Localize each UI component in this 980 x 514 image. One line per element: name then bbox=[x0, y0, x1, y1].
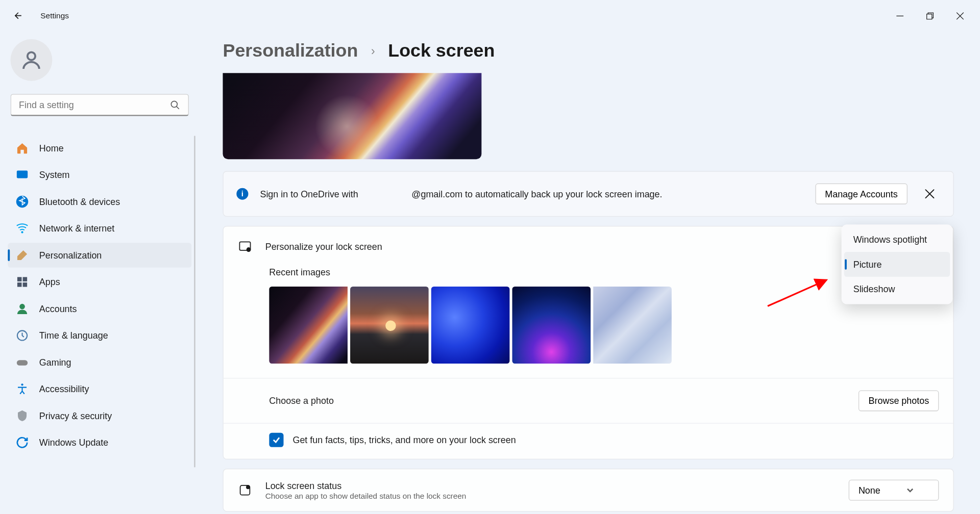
nav-label: Bluetooth & devices bbox=[39, 196, 120, 207]
bluetooth-icon bbox=[16, 195, 29, 209]
recent-image-0[interactable] bbox=[269, 287, 348, 364]
dismiss-banner-button[interactable] bbox=[919, 184, 940, 204]
sidebar: Home System Bluetooth & devices Network … bbox=[0, 31, 199, 514]
nav-label: Apps bbox=[39, 277, 60, 287]
nav-label: Network & internet bbox=[39, 223, 114, 234]
background-dropdown-popup: Windows spotlight Picture Slideshow bbox=[842, 224, 953, 304]
nav-time[interactable]: Time & language bbox=[8, 323, 191, 348]
status-subtitle: Choose an app to show detailed status on… bbox=[265, 491, 836, 500]
dropdown-option-spotlight[interactable]: Windows spotlight bbox=[844, 227, 950, 252]
dropdown-option-slideshow[interactable]: Slideshow bbox=[844, 277, 950, 302]
chevron-right-icon: › bbox=[371, 44, 375, 58]
update-icon bbox=[16, 436, 29, 449]
search-box[interactable] bbox=[10, 94, 188, 116]
close-button[interactable] bbox=[945, 5, 975, 26]
window-controls bbox=[885, 5, 975, 26]
nav-label: Personalization bbox=[39, 250, 102, 260]
dropdown-option-picture[interactable]: Picture bbox=[844, 252, 950, 277]
time-icon bbox=[16, 329, 29, 342]
nav-personalization[interactable]: Personalization bbox=[8, 243, 191, 268]
funfacts-checkbox[interactable] bbox=[269, 433, 283, 447]
status-value: None bbox=[859, 485, 880, 495]
nav-label: Accessibility bbox=[39, 384, 89, 394]
nav-accounts[interactable]: Accounts bbox=[8, 296, 191, 321]
svg-rect-11 bbox=[23, 277, 28, 281]
nav-label: System bbox=[39, 170, 70, 180]
titlebar: Settings bbox=[0, 0, 980, 31]
home-icon bbox=[16, 142, 29, 155]
content-area: Personalization › Lock screen i Sign in … bbox=[199, 31, 980, 514]
svg-rect-13 bbox=[23, 282, 28, 287]
choose-photo-row: Choose a photo Browse photos bbox=[224, 378, 953, 423]
nav-list: Home System Bluetooth & devices Network … bbox=[5, 136, 194, 455]
status-row[interactable]: Lock screen status Choose an app to show… bbox=[224, 469, 953, 511]
svg-line-7 bbox=[177, 106, 179, 109]
accounts-icon bbox=[16, 302, 29, 316]
apps-icon bbox=[16, 275, 29, 289]
svg-point-17 bbox=[21, 383, 23, 386]
svg-rect-10 bbox=[17, 277, 22, 281]
nav-gaming[interactable]: Gaming bbox=[8, 350, 191, 375]
user-avatar[interactable] bbox=[10, 39, 52, 81]
nav-update[interactable]: Windows Update bbox=[8, 430, 191, 455]
chevron-down-icon bbox=[906, 486, 914, 494]
svg-rect-8 bbox=[17, 171, 28, 178]
svg-point-5 bbox=[28, 52, 35, 60]
recent-image-2[interactable] bbox=[431, 287, 510, 364]
nav-label: Windows Update bbox=[39, 438, 108, 448]
minimize-button[interactable] bbox=[885, 5, 915, 26]
manage-accounts-button[interactable]: Manage Accounts bbox=[815, 184, 908, 204]
nav-privacy[interactable]: Privacy & security bbox=[8, 403, 191, 428]
nav-accessibility[interactable]: Accessibility bbox=[8, 377, 191, 402]
network-icon bbox=[16, 222, 29, 235]
nav-label: Time & language bbox=[39, 330, 108, 341]
svg-point-21 bbox=[247, 248, 251, 251]
window-title: Settings bbox=[40, 11, 69, 20]
accessibility-icon bbox=[16, 382, 29, 396]
funfacts-label: Get fun facts, tips, tricks, and more on… bbox=[292, 434, 516, 445]
status-card: Lock screen status Choose an app to show… bbox=[223, 469, 953, 511]
onedrive-banner: i Sign in to OneDrive with @gmail.com to… bbox=[223, 171, 953, 217]
personalization-icon bbox=[16, 249, 29, 262]
choose-photo-label: Choose a photo bbox=[269, 396, 859, 406]
svg-point-6 bbox=[171, 101, 177, 107]
breadcrumb-current: Lock screen bbox=[388, 40, 495, 61]
svg-point-24 bbox=[247, 485, 250, 489]
svg-rect-12 bbox=[17, 282, 22, 287]
svg-rect-2 bbox=[926, 14, 932, 19]
back-button[interactable] bbox=[5, 3, 31, 29]
nav-label: Gaming bbox=[39, 357, 71, 367]
recent-image-4[interactable] bbox=[593, 287, 672, 364]
system-icon bbox=[16, 168, 29, 182]
breadcrumb-parent[interactable]: Personalization bbox=[223, 40, 358, 61]
lockscreen-icon bbox=[238, 240, 252, 254]
nav-network[interactable]: Network & internet bbox=[8, 216, 191, 241]
nav-label: Accounts bbox=[39, 303, 77, 314]
onedrive-message: Sign in to OneDrive with @gmail.com to a… bbox=[260, 189, 803, 199]
personalize-title: Personalize your lock screen bbox=[265, 242, 926, 252]
gaming-icon bbox=[16, 356, 29, 369]
search-icon bbox=[170, 99, 180, 110]
status-app-dropdown[interactable]: None bbox=[849, 480, 939, 501]
maximize-button[interactable] bbox=[915, 5, 945, 26]
nav-home[interactable]: Home bbox=[8, 136, 191, 161]
search-input[interactable] bbox=[19, 99, 170, 110]
svg-point-14 bbox=[19, 304, 25, 310]
lockscreen-preview bbox=[223, 73, 481, 159]
sidebar-scrollbar[interactable] bbox=[194, 136, 195, 467]
recent-image-3[interactable] bbox=[512, 287, 591, 364]
info-icon: i bbox=[236, 188, 248, 200]
funfacts-row: Get fun facts, tips, tricks, and more on… bbox=[224, 424, 953, 459]
privacy-icon bbox=[16, 409, 29, 423]
nav-apps[interactable]: Apps bbox=[8, 270, 191, 295]
recent-image-1[interactable] bbox=[350, 287, 429, 364]
nav-label: Privacy & security bbox=[39, 410, 112, 421]
browse-photos-button[interactable]: Browse photos bbox=[859, 390, 939, 411]
status-icon bbox=[238, 483, 252, 497]
nav-bluetooth[interactable]: Bluetooth & devices bbox=[8, 189, 191, 214]
nav-label: Home bbox=[39, 143, 64, 153]
svg-rect-16 bbox=[17, 360, 28, 366]
breadcrumb: Personalization › Lock screen bbox=[223, 40, 953, 61]
status-title: Lock screen status bbox=[265, 480, 836, 490]
nav-system[interactable]: System bbox=[8, 163, 191, 188]
